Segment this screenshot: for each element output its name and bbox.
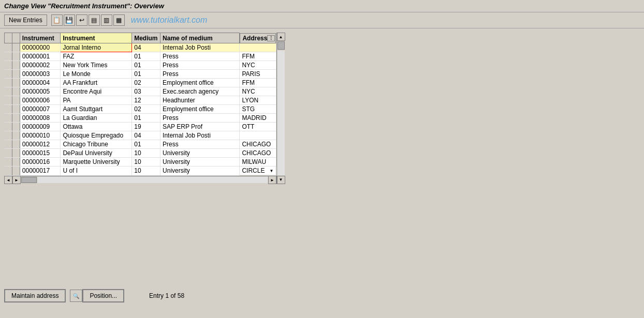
row-select-cell[interactable]	[5, 149, 12, 158]
table-wrapper: Instrument Instrument Medium Name of med…	[4, 33, 285, 184]
table-row[interactable]: 00000015DePaul University10UniversityCHI…	[5, 149, 276, 158]
hscroll-right-arrow[interactable]: ►	[12, 176, 21, 184]
table-row[interactable]: 00000016Marquette University10University…	[5, 158, 276, 166]
cell-instrument-code: 00000000	[20, 43, 61, 52]
table-row[interactable]: 00000017U of I10UniversityCIRCLE▼	[5, 166, 276, 176]
row-select-header	[5, 33, 12, 43]
column-options-icon[interactable]: ⋮	[267, 35, 275, 41]
cell-instrument-name: PA	[61, 96, 132, 105]
cell-instrument-code: 00000009	[20, 123, 61, 131]
nav1-icon-btn[interactable]: ▤	[89, 14, 100, 26]
table-row[interactable]: 00000005Encontre Aqui03Exec.search agenc…	[5, 87, 276, 96]
new-entries-button[interactable]: New Entries	[4, 14, 47, 26]
cell-address: CIRCLE▼	[240, 166, 276, 175]
row-select-cell2[interactable]	[12, 166, 20, 176]
nav2-icon: ▥	[104, 17, 109, 24]
position-label: Position...	[90, 292, 117, 299]
copy-icon-btn[interactable]: 📋	[51, 14, 63, 26]
cell-instrument-name: U of I	[61, 166, 132, 176]
vertical-scrollbar[interactable]: ▲ ▼	[276, 33, 285, 184]
hscroll-far-right[interactable]: ►	[268, 176, 276, 184]
cell-medium-name: University	[160, 166, 240, 176]
cell-address	[240, 43, 276, 52]
row-select-cell2[interactable]	[12, 158, 20, 166]
cell-instrument-name: Quiosque Empregado	[61, 131, 132, 140]
row-select-cell[interactable]	[5, 131, 12, 140]
row-select-cell[interactable]	[5, 114, 12, 123]
hscroll-left-arrow[interactable]: ◄	[4, 176, 12, 184]
table-row[interactable]: 00000012Chicago Tribune01PressCHICAGΟ	[5, 140, 276, 149]
row-select-cell[interactable]	[5, 96, 12, 105]
row-select-cell[interactable]	[5, 87, 12, 96]
vscroll-thumb[interactable]	[277, 41, 285, 50]
cell-medium: 10	[132, 149, 160, 158]
save-icon-btn[interactable]: 💾	[64, 14, 75, 26]
table-row[interactable]: 00000006PA12HeadhunterLYON	[5, 96, 276, 105]
col-header-instrument2[interactable]: Instrument	[61, 33, 132, 43]
row-select-cell[interactable]	[5, 79, 12, 87]
main-content: Instrument Instrument Medium Name of med…	[0, 28, 644, 188]
row-select-cell2[interactable]	[12, 105, 20, 114]
row-select-cell[interactable]	[5, 52, 12, 61]
row-select-cell2[interactable]	[12, 43, 20, 52]
cell-instrument-name: La Guardian	[61, 114, 132, 123]
table-row[interactable]: 00000007Aamt Stuttgart02Employment offic…	[5, 105, 276, 114]
cell-instrument-name: Aamt Stuttgart	[61, 105, 132, 114]
horizontal-scrollbar[interactable]: ◄ ► ►	[4, 176, 276, 184]
table-row[interactable]: 00000002New York Times01PressNYC	[5, 61, 276, 70]
row-select-cell2[interactable]	[12, 131, 20, 140]
row-select-cell[interactable]	[5, 105, 12, 114]
cell-address: STG	[240, 105, 276, 114]
vscroll-down-arrow[interactable]: ▼	[277, 176, 285, 184]
table-row[interactable]: 00000008La Guardian01PressMADRID	[5, 114, 276, 123]
row-select-cell[interactable]	[5, 70, 12, 79]
row-select-cell2[interactable]	[12, 123, 20, 131]
table-row[interactable]: 00000001FAZ01PressFFM	[5, 52, 276, 61]
toolbar: New Entries 📋 💾 ↩ ▤ ▥ ▦ www.tutorialkart…	[0, 12, 644, 28]
vscroll-up-arrow[interactable]: ▲	[277, 33, 285, 41]
row-select-cell[interactable]	[5, 43, 12, 52]
position-button[interactable]: Position...	[82, 289, 124, 302]
row-select-cell[interactable]	[5, 140, 12, 149]
position-icon[interactable]: 🔍	[70, 290, 82, 302]
undo-icon-btn[interactable]: ↩	[76, 14, 87, 26]
row-select-cell2[interactable]	[12, 140, 20, 149]
row-select-cell2[interactable]	[12, 96, 20, 105]
vscroll-track	[277, 51, 285, 175]
cell-medium-name: Press	[160, 140, 240, 149]
col-header-medium[interactable]: Medium	[132, 33, 160, 43]
table-row[interactable]: 00000010Quiosque Empregado04Internal Job…	[5, 131, 276, 140]
col-header-address[interactable]: Address ⋮	[240, 33, 276, 43]
table-row[interactable]: 00000000Jornal Interno04Internal Job Pos…	[5, 43, 276, 52]
cell-instrument-name: Chicago Tribune	[61, 140, 132, 149]
row-select-cell2[interactable]	[12, 114, 20, 123]
col-header-instrument1[interactable]: Instrument	[20, 33, 61, 43]
table-header: Instrument Instrument Medium Name of med…	[5, 33, 276, 43]
row-select-cell[interactable]	[5, 158, 12, 166]
row-select-cell[interactable]	[5, 166, 12, 176]
row-select-cell2[interactable]	[12, 149, 20, 158]
bottom-toolbar: Maintain address 🔍 Position... Entry 1 o…	[4, 289, 184, 302]
table-row[interactable]: 00000003Le Monde01PressPARIS	[5, 70, 276, 79]
nav3-icon-btn[interactable]: ▦	[113, 14, 125, 26]
row-select-cell2[interactable]	[12, 79, 20, 87]
row-select-cell2[interactable]	[12, 52, 20, 61]
col-header-name[interactable]: Name of medium	[160, 33, 240, 43]
maintain-address-button[interactable]: Maintain address	[4, 289, 66, 302]
row-select-cell2[interactable]	[12, 61, 20, 70]
hscroll-thumb[interactable]	[21, 177, 37, 183]
row-select-cell[interactable]	[5, 61, 12, 70]
table-row[interactable]: 00000004AA Frankfurt02Employment officeF…	[5, 79, 276, 87]
row-select-cell2[interactable]	[12, 70, 20, 79]
cell-medium-name: Internal Job Posti	[160, 131, 240, 140]
cell-medium-name: University	[160, 158, 240, 166]
nav1-icon: ▤	[91, 17, 97, 24]
nav2-icon-btn[interactable]: ▥	[101, 14, 112, 26]
cell-address: MADRID	[240, 114, 276, 123]
cell-address: NYC	[240, 61, 276, 70]
cell-medium-name: SAP ERP Prof	[160, 123, 240, 131]
row-select-cell[interactable]	[5, 123, 12, 131]
row-select-cell2[interactable]	[12, 87, 20, 96]
row-select-header2	[12, 33, 20, 43]
table-row[interactable]: 00000009Ottawa19SAP ERP ProfOTT	[5, 123, 276, 131]
